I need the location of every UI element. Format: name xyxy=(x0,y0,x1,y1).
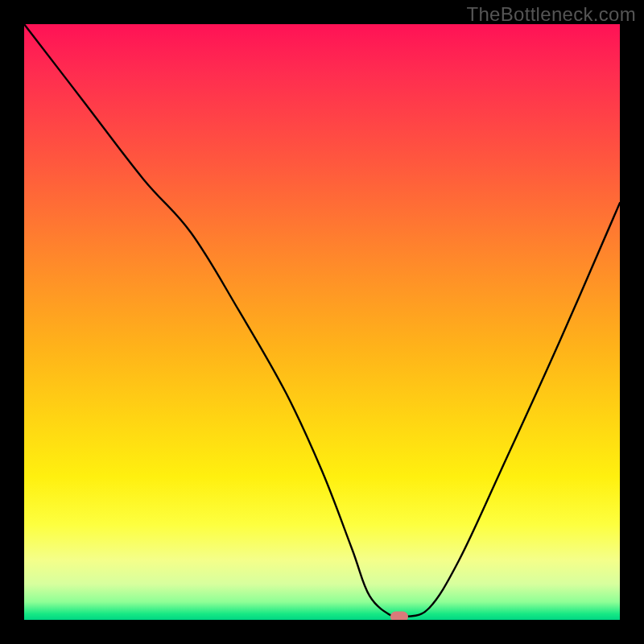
plot-area xyxy=(24,24,620,620)
bottleneck-curve xyxy=(24,24,620,620)
watermark-text: TheBottleneck.com xyxy=(466,3,636,26)
optimal-point-marker xyxy=(390,612,408,620)
chart-container: TheBottleneck.com xyxy=(0,0,644,644)
